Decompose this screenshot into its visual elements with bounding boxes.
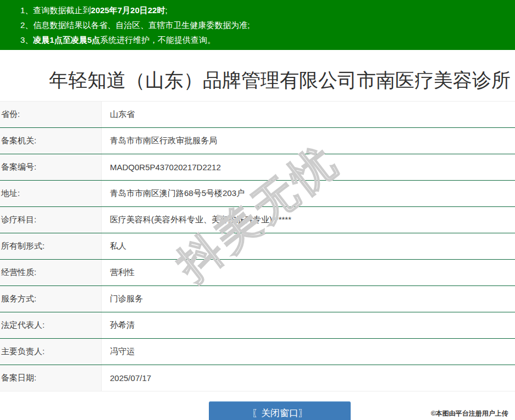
table-row-service-mode: 服务方式: 门诊服务 [0, 286, 515, 312]
upload-attribution: ©本图由平台注册用户上传 [431, 409, 508, 418]
notice-line-3-tail: 系统进行维护，不能提供查询。 [100, 35, 215, 44]
row-value: 私人 [102, 233, 515, 259]
table-row-address: 地址: 青岛市市南区澳门路68号5号楼203户 [0, 181, 515, 207]
notice-banner: 1、查询数据截止到2025年7月20日22时; 2、信息数据结果以各省、自治区、… [0, 0, 515, 50]
table-row-ownership-form: 所有制形式: 私人 [0, 233, 515, 260]
notice-line-1-tail: ; [165, 5, 167, 15]
row-value: 冯守运 [102, 339, 515, 365]
notice-line-1-bold: 2025年7月20日22时 [91, 5, 165, 15]
close-window-button[interactable]: 〖关闭窗口〗 [209, 401, 351, 420]
notice-line-3-text: 3、 [20, 35, 33, 44]
row-value: 青岛市市南区澳门路68号5号楼203户 [102, 181, 515, 206]
notice-line-3-bold: 凌晨1点至凌晨5点 [33, 35, 100, 44]
row-value: 孙希清 [102, 312, 515, 338]
row-value: 2025/07/17 [102, 365, 515, 391]
notice-line-1-text: 1、查询数据截止到 [20, 5, 91, 15]
row-value: MADQ0R5P437020217D2212 [102, 154, 515, 180]
table-row-main-person-in-charge: 主要负责人: 冯守运 [0, 339, 515, 365]
page: 1、查询数据截止到2025年7月20日22时; 2、信息数据结果以各省、自治区、… [0, 0, 515, 420]
row-label: 地址: [0, 181, 102, 206]
notice-line-1: 1、查询数据截止到2025年7月20日22时; [20, 3, 515, 18]
row-value: 山东省 [102, 102, 515, 127]
row-value: 门诊服务 [102, 286, 515, 312]
notice-line-2: 2、信息数据结果以各省、自治区、直辖市卫生健康委数据为准; [20, 18, 515, 32]
notice-line-2-text: 2、信息数据结果以各省、自治区、直辖市卫生健康委数据为准; [20, 20, 250, 30]
row-label: 所有制形式: [0, 233, 102, 259]
row-label: 备案机关: [0, 128, 102, 154]
row-label: 备案日期: [0, 365, 102, 391]
table-row-legal-representative: 法定代表人: 孙希清 [0, 312, 515, 339]
info-table: 省份: 山东省 备案机关: 青岛市市南区行政审批服务局 备案编号: MADQ0R… [0, 101, 515, 391]
row-label: 备案编号: [0, 154, 102, 180]
table-row-filing-number: 备案编号: MADQ0R5P437020217D2212 [0, 154, 515, 181]
row-label: 主要负责人: [0, 339, 102, 365]
table-row-clinical-departments: 诊疗科目: 医疗美容科(美容外科专业、美容皮肤科专业)****** [0, 207, 515, 233]
row-value: 营利性 [102, 260, 515, 285]
table-row-province: 省份: 山东省 [0, 102, 515, 128]
table-row-filing-authority: 备案机关: 青岛市市南区行政审批服务局 [0, 128, 515, 154]
row-label: 法定代表人: [0, 312, 102, 338]
notice-line-3: 3、凌晨1点至凌晨5点系统进行维护，不能提供查询。 [20, 32, 515, 47]
row-label: 经营性质: [0, 260, 102, 285]
page-title: 年轻知道（山东）品牌管理有限公司市南医疗美容诊所 [0, 68, 515, 92]
table-row-operating-nature: 经营性质: 营利性 [0, 260, 515, 286]
table-row-filing-date: 备案日期: 2025/07/17 [0, 365, 515, 391]
row-label: 省份: [0, 102, 102, 127]
row-label: 服务方式: [0, 286, 102, 312]
row-value: 青岛市市南区行政审批服务局 [102, 128, 515, 154]
row-label: 诊疗科目: [0, 207, 102, 233]
row-value: 医疗美容科(美容外科专业、美容皮肤科专业)****** [102, 207, 515, 233]
